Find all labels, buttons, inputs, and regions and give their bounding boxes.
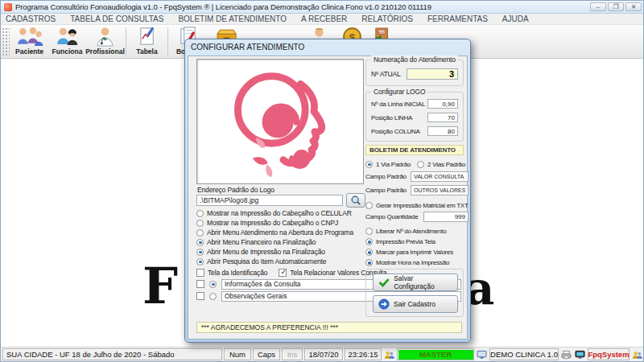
impressao-previa-radio[interactable]: Impressão Prévia Tela: [365, 237, 453, 247]
toolbar-funciona-button[interactable]: Funciona: [48, 25, 86, 58]
menu-relatorios[interactable]: RELATÓRIOS: [361, 14, 413, 23]
printer-icon: [560, 348, 572, 360]
option-menu-impressao[interactable]: Abrir Menu de Impressão na Finalização: [196, 247, 353, 257]
window-title: Programa Consultório Fonoaudiologia v1.0…: [15, 2, 431, 11]
menu-cadastros[interactable]: CADASTROS: [6, 14, 56, 23]
toolbar-profissional-button[interactable]: Profissional: [86, 25, 124, 58]
menubar: CADASTROS TABELA DE CONSULTAS BOLETIM DE…: [1, 14, 644, 25]
option-menu-financeiro[interactable]: Abrir Menu Financeiro na Finalização: [196, 237, 353, 247]
posicao-coluna-input[interactable]: [427, 126, 458, 136]
salvar-configuracao-button[interactable]: Salvar Configuração: [373, 274, 458, 291]
via1-radio[interactable]: 1 Via Padrão: [365, 159, 411, 169]
tela-identificacao-checkbox[interactable]: Tela da Identificação: [196, 268, 267, 278]
staff-icon: [55, 27, 80, 47]
buttons-group: Salvar Configuração Sair Cadastro: [365, 269, 464, 317]
toolbar-label: Paciente: [15, 47, 43, 56]
status-location: SUA CIDADE - UF 18 de Julho de 2020 - Sá…: [2, 348, 222, 360]
maximize-button[interactable]: ❐: [608, 2, 624, 11]
table-icon: [138, 27, 156, 47]
arrow-circle-icon: [378, 298, 390, 310]
magnifier-icon: [350, 195, 361, 206]
toolbar-label: Funciona: [52, 47, 83, 56]
status-brand: FpqSystem: [588, 348, 630, 360]
linha-inicial-input[interactable]: [427, 99, 458, 109]
via2-radio[interactable]: 2 Vias Padrão: [417, 159, 465, 169]
toolbar-tabela-button[interactable]: Tabela: [128, 25, 166, 58]
titlebar: Programa Consultório Fonoaudiologia v1.0…: [1, 1, 644, 14]
option-cnpj[interactable]: Mostrar na Impressão do Cabeçalho o CNPJ: [196, 218, 353, 228]
configurar-logo-group: Configurar LOGO Nº da Linha INICIAL Posi…: [365, 92, 464, 142]
posicao-linha-input[interactable]: [427, 113, 458, 122]
radio[interactable]: [196, 220, 204, 227]
checkbox[interactable]: [196, 292, 204, 300]
marcar-imprimir-radio[interactable]: Marcar para Imprimir Valores: [365, 247, 453, 257]
computer-icon: [476, 348, 488, 360]
logo-path-label: Endereço Padrão do Logo: [197, 186, 275, 194]
campo-padrao-2-input[interactable]: [411, 185, 469, 195]
configurar-atendimento-dialog: CONFIGURAR ATENDIMENTO Endereço Padrão d…: [184, 39, 471, 343]
menu-boletim-de-atendimento[interactable]: BOLETIM DE ATENDIMENTO: [178, 14, 287, 23]
head-profile-logo: [221, 63, 339, 180]
toolbar-label: Profissional: [85, 47, 125, 56]
browse-logo-button[interactable]: [346, 193, 365, 208]
logo-path-input[interactable]: [196, 195, 343, 206]
liberar-numero-radio[interactable]: Liberar Nº do Atendimento: [365, 226, 453, 237]
toolbar-label: Tabela: [136, 47, 157, 56]
campo-quantidade-input[interactable]: [423, 212, 469, 222]
campo-padrao-1-input[interactable]: [411, 171, 469, 182]
footer-banner: *** AGRADECEMOS A PREFERENCIA !!! ***: [196, 322, 462, 333]
option-menu-atendimento[interactable]: Abrir Menu Atendimento na Abertura do Pr…: [196, 228, 353, 237]
radio[interactable]: [196, 249, 204, 256]
dialog-title: CONFIGURAR ATENDIMENTO: [185, 39, 470, 55]
menu-ajuda[interactable]: AJUDA: [502, 14, 529, 23]
radio[interactable]: [196, 210, 204, 217]
num-atual-value: 3: [407, 68, 458, 80]
dialog-body: Endereço Padrão do Logo Mostrar na Impre…: [188, 56, 468, 339]
sair-cadastro-button[interactable]: Sair Cadastro: [373, 295, 458, 313]
minimize-button[interactable]: –: [590, 2, 606, 11]
status-clinic: DEMO CLINICA 1.0: [489, 348, 559, 360]
patients-icon: [15, 27, 43, 47]
mostrar-hora-radio[interactable]: Mostrar Hora na Impressão: [365, 257, 453, 268]
close-button[interactable]: ✕: [625, 2, 642, 11]
professional-icon: [94, 27, 116, 47]
background-letter-f: F: [142, 257, 178, 315]
monitor-icon: [574, 348, 586, 360]
status-user: MASTER: [397, 348, 474, 360]
toolbar-separator: [126, 27, 126, 56]
radio[interactable]: [196, 258, 204, 265]
radio[interactable]: [196, 239, 204, 246]
boletim-header: BOLETIM DE ATENDIMENTO: [365, 145, 464, 155]
toolbar-separator: [167, 27, 168, 56]
status-time: 23:26:15: [345, 348, 382, 360]
users-icon: [383, 348, 395, 360]
checkbox[interactable]: [196, 269, 204, 277]
status-caps: Caps: [253, 348, 280, 360]
num-atual-label: Nº ATUAL: [371, 70, 401, 78]
users2-icon: [631, 348, 643, 360]
app-icon: [4, 3, 12, 11]
radio[interactable]: [209, 293, 217, 300]
checkbox[interactable]: [279, 269, 287, 277]
toolbar-paciente-button[interactable]: Paciente: [10, 25, 48, 58]
statusbar: SUA CIDADE - UF 18 de Julho de 2020 - Sá…: [1, 347, 644, 361]
logo-preview: [196, 59, 364, 184]
menu-a-receber[interactable]: A RECEBER: [301, 14, 347, 23]
matricial-radio[interactable]: Gerar Impressão Matricial em TXT: [365, 200, 469, 210]
radio[interactable]: [196, 229, 204, 237]
status-date: 18/07/20: [304, 348, 343, 360]
status-num: Num: [224, 348, 251, 360]
check-icon: [378, 278, 390, 287]
option-pesquisa-item[interactable]: Abrir Pesquisa do Item Automaticamente: [196, 257, 353, 266]
radio[interactable]: [209, 281, 217, 288]
status-ins: Ins: [282, 348, 303, 360]
numeracao-group: Numeração do Atendimento Nº ATUAL 3: [365, 60, 464, 86]
svg-text:EXIT: EXIT: [378, 31, 386, 35]
menu-ferramentas[interactable]: FERRAMENTAS: [427, 14, 488, 23]
toolbar-grip: [2, 27, 10, 56]
app-window: Programa Consultório Fonoaudiologia v1.0…: [0, 0, 644, 362]
option-celular[interactable]: Mostrar na Impressão do Cabeçalho o CELU…: [196, 208, 353, 218]
checkbox[interactable]: [196, 280, 204, 288]
menu-tabela-de-consultas[interactable]: TABELA DE CONSULTAS: [70, 14, 163, 23]
